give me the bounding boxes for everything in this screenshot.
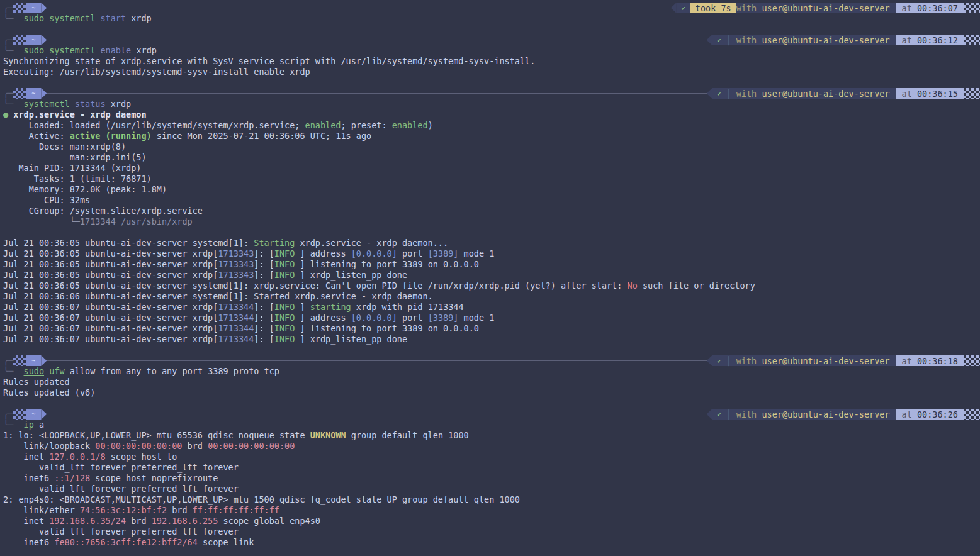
time-segment: at 00:36:07	[896, 3, 964, 13]
output-segment: ]	[295, 302, 310, 312]
output-segment: mode 1	[458, 313, 494, 323]
output-segment: Jul 21 00:36:05 ubuntu-ai-dev-server xrd…	[3, 270, 218, 280]
output-line: Main PID: 1713344 (xrdp)	[3, 163, 980, 174]
output-segment: xrdp.service - xrdp daemon...	[295, 238, 448, 248]
output-segment: 1713343	[218, 270, 254, 280]
cwd-label: ~	[31, 4, 35, 11]
status-arrow-icon	[707, 35, 712, 45]
output-line: link/loopback 00:00:00:00:00:00 brd 00:0…	[3, 441, 980, 452]
output-line: 2: enp4s0: <BROADCAST,MULTICAST,UP,LOWER…	[3, 494, 980, 505]
terminal[interactable]: ╭─~✔took 7swith user@ubuntu-ai-dev-serve…	[3, 3, 980, 548]
output-segment: ff:ff:ff:ff:ff:ff	[193, 505, 279, 515]
command-line[interactable]: ╰─ ip a	[3, 420, 980, 430]
command-segment: sudo	[24, 13, 45, 23]
output-line: inet6 ::1/128 scope host noprefixroute	[3, 473, 980, 484]
command-segment: ufw	[49, 366, 64, 376]
time-gradient	[964, 355, 980, 366]
cwd-segment[interactable]: ~	[26, 88, 41, 99]
output-segment: 1713343	[218, 248, 254, 259]
prompt-connector-line	[47, 360, 706, 361]
command-segment: sudo	[24, 45, 45, 55]
output-segment: Jul 21 00:36:07 ubuntu-ai-dev-server xrd…	[3, 334, 218, 344]
time-segment: at 00:36:12	[896, 35, 964, 45]
command-line[interactable]: ╰─ sudo ufw allow from any to any port 3…	[3, 366, 980, 377]
output-segment: INFO	[274, 323, 295, 333]
output-segment: ]: [	[254, 313, 274, 323]
output-line: Tasks: 1 (limit: 76871)	[3, 174, 980, 184]
command-segment: systemctl	[49, 13, 95, 23]
output-line: Jul 21 00:36:05 ubuntu-ai-dev-server xrd…	[3, 248, 980, 259]
output-line: Docs: man:xrdp(8)	[3, 142, 980, 152]
cwd-arrow-icon	[41, 409, 47, 420]
output-segment: └─1713344 /usr/sbin/xrdp	[3, 216, 193, 226]
output-line: Memory: 872.0K (peak: 1.8M)	[3, 184, 980, 195]
cwd-gradient	[13, 3, 26, 13]
output-line: valid_lft forever preferred_lft forever	[3, 462, 980, 473]
output-segment: INFO	[274, 302, 295, 312]
command-line[interactable]: ╰─ sudo systemctl enable xrdp	[3, 45, 980, 56]
output-segment: since Mon 2025-07-21 00:36:06 UTC; 11s a…	[152, 131, 372, 141]
output-segment: starting	[310, 302, 351, 312]
status-arrow-icon	[707, 88, 712, 99]
output-segment: Jul 21 00:36:07 ubuntu-ai-dev-server xrd…	[3, 323, 218, 333]
status-arrow-icon	[707, 355, 712, 366]
output-segment: Jul 21 00:36:06 ubuntu-ai-dev-server sys…	[3, 291, 433, 301]
output-segment: Synchronizing state of xrdp.service with…	[3, 56, 535, 66]
cwd-arrow-icon	[41, 355, 47, 366]
user-host-segment: │with user@ubuntu-ai-dev-server	[726, 35, 896, 45]
command-segment	[44, 45, 49, 55]
output-segment: scope host lo	[106, 452, 177, 462]
prompt-line: ╭─~✔│with user@ubuntu-ai-dev-serverat 00…	[3, 409, 980, 420]
prompt-frame-top: ╭─	[3, 355, 13, 366]
prompt-frame-top: ╭─	[3, 88, 13, 99]
cwd-segment[interactable]: ~	[26, 35, 41, 45]
output-line: Jul 21 00:36:05 ubuntu-ai-dev-server xrd…	[3, 259, 980, 270]
output-segment: mode 1	[458, 248, 494, 259]
time-gradient	[964, 88, 980, 99]
output-segment: Docs: man:xrdp(8)	[3, 142, 126, 152]
segment-separator: │	[726, 356, 736, 366]
output-segment: ] xrdp_listen_pp done	[295, 334, 407, 344]
prompt-frame-bottom: ╰─	[3, 45, 24, 55]
command-segment	[44, 13, 49, 23]
command-segment: start	[100, 13, 126, 23]
cwd-segment[interactable]: ~	[26, 409, 41, 420]
output-segment: 74:56:3c:12:bf:f2	[80, 505, 167, 515]
duration-badge: took 7s	[690, 3, 736, 13]
time-prefix-label: at	[902, 356, 917, 366]
output-segment: Jul 21 00:36:05 ubuntu-ai-dev-server xrd…	[3, 248, 218, 259]
user-host-label: user@ubuntu-ai-dev-server	[762, 89, 889, 99]
command-segment: status	[75, 99, 106, 109]
output-segment: enabled	[392, 120, 428, 130]
cwd-label: ~	[31, 90, 35, 97]
command-line[interactable]: ╰─ systemctl status xrdp	[3, 99, 980, 109]
output-segment: Jul 21 00:36:05 ubuntu-ai-dev-server xrd…	[3, 259, 218, 269]
output-segment: ] address	[295, 313, 351, 323]
user-host-segment: │with user@ubuntu-ai-dev-server	[726, 409, 896, 420]
output-segment: inet	[3, 452, 49, 462]
cwd-gradient	[13, 355, 26, 366]
prompt-frame-bottom: ╰─	[3, 99, 24, 109]
output-segment: 1: lo: <LOOPBACK,UP,LOWER_UP> mtu 65536 …	[3, 430, 310, 440]
prompt-line: ╭─~✔took 7swith user@ubuntu-ai-dev-serve…	[3, 3, 980, 13]
cwd-segment[interactable]: ~	[26, 3, 41, 13]
cwd-segment[interactable]: ~	[26, 355, 41, 366]
user-host-segment: │with user@ubuntu-ai-dev-server	[726, 88, 896, 99]
output-segment: [3389]	[428, 313, 459, 323]
output-segment: 1713344	[218, 323, 254, 333]
output-segment: 2: enp4s0: <BROADCAST,MULTICAST,UP,LOWER…	[3, 494, 520, 504]
command-line[interactable]: ╰─ sudo systemctl start xrdp	[3, 13, 980, 24]
output-line: man:xrdp.ini(5)	[3, 152, 980, 163]
segment-separator: │	[726, 409, 736, 420]
user-host-segment: │with user@ubuntu-ai-dev-server	[726, 355, 896, 366]
output-segment: ]: [	[254, 248, 274, 259]
output-segment: Tasks: 1 (limit: 76871)	[3, 174, 152, 184]
user-host-label: user@ubuntu-ai-dev-server	[762, 356, 889, 366]
output-segment: 00:00:00:00:00:00	[208, 441, 295, 451]
duration-label: took 7s	[696, 3, 731, 13]
command-segment: enable	[100, 45, 131, 55]
output-line: Jul 21 00:36:07 ubuntu-ai-dev-server xrd…	[3, 323, 980, 334]
output-line: └─1713344 /usr/sbin/xrdp	[3, 216, 980, 227]
output-segment: active (running)	[70, 131, 152, 141]
cwd-label: ~	[31, 36, 35, 43]
